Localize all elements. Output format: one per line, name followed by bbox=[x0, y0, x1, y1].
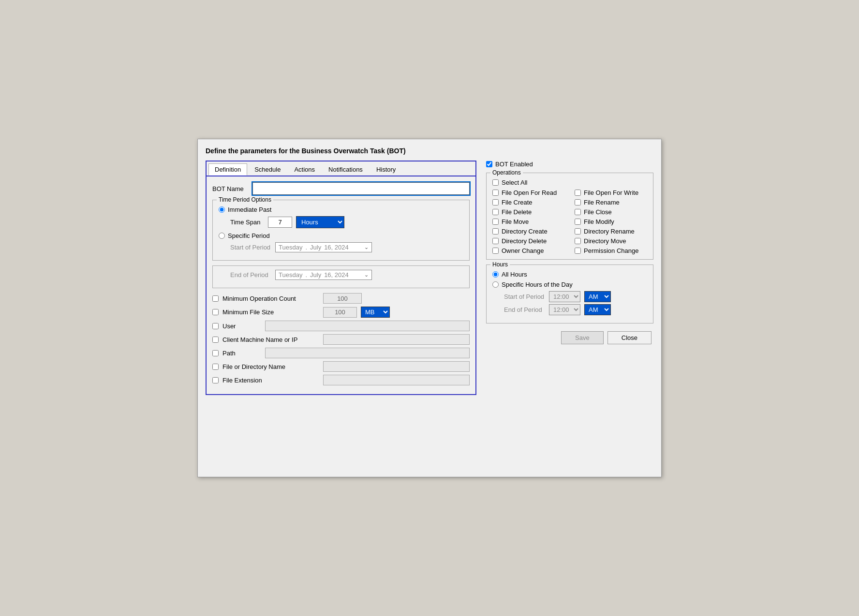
ops-file-move: File Move bbox=[492, 218, 565, 225]
all-hours-label[interactable]: All Hours bbox=[502, 271, 527, 278]
immediate-past-radio[interactable] bbox=[219, 206, 225, 213]
min-op-count-input[interactable] bbox=[323, 293, 362, 304]
dir-delete-checkbox[interactable] bbox=[492, 238, 499, 244]
min-file-size-input[interactable] bbox=[323, 307, 357, 318]
ops-file-open-read: File Open For Read bbox=[492, 189, 565, 196]
file-ext-checkbox[interactable] bbox=[212, 377, 219, 383]
hours-end-ampm-select[interactable]: AM PM bbox=[584, 304, 611, 315]
specific-hours-radio[interactable] bbox=[492, 281, 499, 288]
dir-delete-label: Directory Delete bbox=[502, 237, 547, 245]
start-period-date[interactable]: Tuesday . July 16, 2024 ⌄ bbox=[275, 242, 372, 252]
immediate-past-label[interactable]: Immediate Past bbox=[228, 206, 271, 213]
hours-end-row: End of Period 12:00 AM PM bbox=[504, 304, 647, 315]
tab-definition[interactable]: Definition bbox=[208, 163, 247, 176]
dir-create-checkbox[interactable] bbox=[492, 228, 499, 235]
permission-change-checkbox[interactable] bbox=[575, 248, 581, 254]
user-checkbox[interactable] bbox=[212, 323, 219, 329]
operations-title: Operations bbox=[490, 169, 523, 176]
file-create-checkbox[interactable] bbox=[492, 199, 499, 205]
client-checkbox[interactable] bbox=[212, 337, 219, 343]
bot-enabled-checkbox[interactable] bbox=[486, 161, 492, 167]
operations-group: Operations Select All File Open For Read… bbox=[486, 173, 653, 260]
specific-period-radio[interactable] bbox=[219, 233, 225, 239]
operations-grid: File Open For Read File Open For Write F… bbox=[492, 189, 647, 254]
file-ext-input[interactable] bbox=[323, 375, 470, 385]
dir-move-checkbox[interactable] bbox=[575, 238, 581, 244]
size-row: MB KB GB bbox=[323, 307, 390, 318]
time-period-title: Time Period Options bbox=[217, 196, 273, 203]
ops-file-open-write: File Open For Write bbox=[575, 189, 647, 196]
path-row: Path bbox=[212, 348, 470, 358]
ops-dir-delete: Directory Delete bbox=[492, 237, 565, 245]
hours-start-row: Start of Period 12:00 AM PM bbox=[504, 291, 647, 302]
ops-permission-change: Permission Change bbox=[575, 247, 647, 254]
dir-rename-checkbox[interactable] bbox=[575, 228, 581, 235]
file-dir-checkbox[interactable] bbox=[212, 364, 219, 370]
file-create-label: File Create bbox=[502, 199, 533, 206]
dir-move-label: Directory Move bbox=[584, 237, 626, 245]
min-op-count-checkbox[interactable] bbox=[212, 295, 219, 302]
file-dir-input[interactable] bbox=[323, 361, 470, 372]
file-size-unit-select[interactable]: MB KB GB bbox=[361, 307, 390, 318]
permission-change-label: Permission Change bbox=[584, 247, 638, 254]
path-input[interactable] bbox=[265, 348, 470, 358]
client-input[interactable] bbox=[323, 334, 470, 345]
min-file-size-checkbox[interactable] bbox=[212, 309, 219, 315]
main-layout: Definition Schedule Actions Notification… bbox=[206, 161, 653, 395]
specific-period-row: Specific Period bbox=[219, 232, 463, 239]
hours-end-time-select[interactable]: 12:00 bbox=[549, 304, 580, 315]
tab-notifications[interactable]: Notifications bbox=[322, 163, 369, 176]
dialog-title: Define the parameters for the Business O… bbox=[206, 147, 653, 155]
left-panel: Definition Schedule Actions Notification… bbox=[206, 161, 476, 395]
path-checkbox[interactable] bbox=[212, 350, 219, 356]
client-row: Client Machine Name or IP bbox=[212, 334, 470, 345]
specific-hours-label[interactable]: Specific Hours of the Day bbox=[502, 281, 573, 288]
timespan-label: Time Span bbox=[230, 219, 264, 226]
end-period-chevron: ⌄ bbox=[364, 272, 369, 278]
specific-period-label[interactable]: Specific Period bbox=[228, 232, 270, 239]
hours-start-time-select[interactable]: 12:00 bbox=[549, 291, 580, 302]
bot-name-input[interactable] bbox=[252, 182, 470, 195]
user-label: User bbox=[222, 323, 261, 330]
file-delete-label: File Delete bbox=[502, 208, 532, 216]
timespan-unit-select[interactable]: Hours Days Weeks bbox=[296, 216, 344, 228]
file-open-read-label: File Open For Read bbox=[502, 189, 557, 196]
hours-start-ampm-select[interactable]: AM PM bbox=[584, 291, 611, 302]
file-dir-label: File or Directory Name bbox=[222, 363, 319, 370]
dialog: Define the parameters for the Business O… bbox=[197, 139, 662, 477]
tab-strip: Definition Schedule Actions Notification… bbox=[206, 161, 476, 176]
file-open-write-checkbox[interactable] bbox=[575, 190, 581, 196]
close-button[interactable]: Close bbox=[607, 331, 652, 344]
file-close-label: File Close bbox=[584, 208, 612, 216]
min-op-count-row: Minimum Operation Count bbox=[212, 293, 470, 304]
file-rename-checkbox[interactable] bbox=[575, 199, 581, 205]
client-label: Client Machine Name or IP bbox=[222, 336, 319, 343]
ops-file-create: File Create bbox=[492, 199, 565, 206]
ops-file-delete: File Delete bbox=[492, 208, 565, 216]
file-close-checkbox[interactable] bbox=[575, 209, 581, 215]
file-move-checkbox[interactable] bbox=[492, 219, 499, 225]
ops-dir-rename: Directory Rename bbox=[575, 228, 647, 235]
start-period-row: Start of Period Tuesday . July 16, 2024 … bbox=[230, 242, 463, 252]
tab-history[interactable]: History bbox=[370, 163, 402, 176]
user-input[interactable] bbox=[265, 321, 470, 331]
timespan-input[interactable] bbox=[268, 217, 292, 228]
start-period-label: Start of Period bbox=[230, 244, 271, 251]
time-period-group: Time Period Options Immediate Past Time … bbox=[212, 200, 470, 261]
select-all-checkbox[interactable] bbox=[492, 179, 499, 186]
owner-change-checkbox[interactable] bbox=[492, 248, 499, 254]
end-period-date[interactable]: Tuesday . July 16, 2024 ⌄ bbox=[275, 270, 372, 280]
user-row: User bbox=[212, 321, 470, 331]
all-hours-radio[interactable] bbox=[492, 271, 499, 278]
bot-enabled-label: BOT Enabled bbox=[495, 161, 533, 168]
file-modify-checkbox[interactable] bbox=[575, 219, 581, 225]
ops-file-rename: File Rename bbox=[575, 199, 647, 206]
tab-actions[interactable]: Actions bbox=[288, 163, 321, 176]
save-button[interactable]: Save bbox=[561, 331, 604, 344]
bot-name-label: BOT Name bbox=[212, 185, 249, 192]
file-open-read-checkbox[interactable] bbox=[492, 190, 499, 196]
tab-content-definition: BOT Name Time Period Options Immediate P… bbox=[206, 176, 476, 395]
file-delete-checkbox[interactable] bbox=[492, 209, 499, 215]
hours-group: Hours All Hours Specific Hours of the Da… bbox=[486, 264, 653, 323]
tab-schedule[interactable]: Schedule bbox=[248, 163, 287, 176]
